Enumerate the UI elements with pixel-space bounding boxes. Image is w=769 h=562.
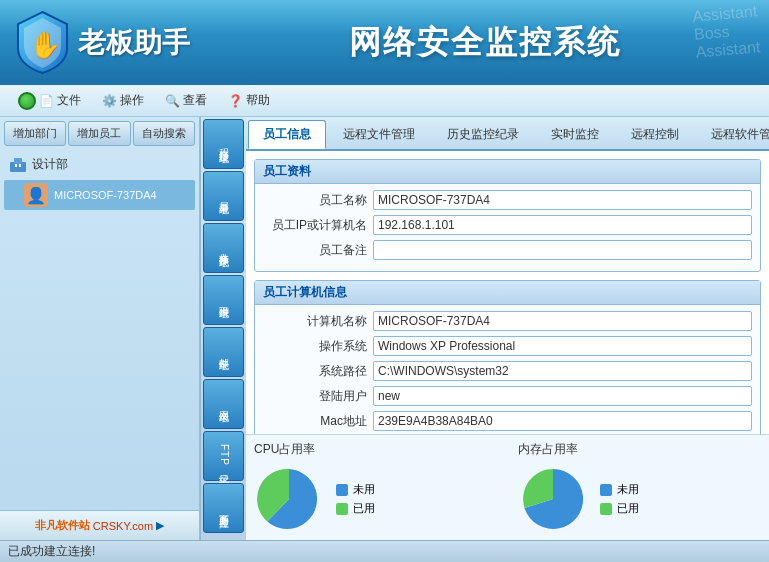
file-status-icon [18, 92, 36, 110]
toolbar-help[interactable]: ❓ 帮助 [220, 89, 278, 112]
cpu-chart-title: CPU占用率 [254, 441, 315, 458]
cpu-pie-chart [254, 464, 324, 534]
employee-info-title: 员工资料 [255, 160, 760, 184]
employee-name-row: 员工名称 MICROSOF-737DA4 [263, 190, 752, 210]
employee-ip-label: 员工IP或计算机名 [263, 217, 373, 234]
status-text: 已成功建立连接! [8, 543, 95, 560]
os-label: 操作系统 [263, 338, 373, 355]
toolbar-file[interactable]: 📄 文件 [10, 89, 89, 113]
cpu-used-dot [336, 503, 348, 515]
tab-remote-software[interactable]: 远程软件管理 [696, 120, 769, 149]
toolbar-file-label: 文件 [57, 92, 81, 109]
computer-info-title: 员工计算机信息 [255, 281, 760, 305]
memory-used-label: 已用 [617, 501, 639, 516]
sidebar-ftp-log-label: FTP纪录 [217, 444, 231, 468]
mac-value[interactable]: 239E9A4B38A84BA0 [373, 411, 752, 431]
sidebar-ftp-log[interactable]: FTP纪录 [203, 431, 244, 481]
tab-realtime[interactable]: 实时监控 [536, 120, 614, 149]
sidebar-multiscreen-label: 多画面监控 [217, 506, 231, 511]
cpu-used-label: 已用 [353, 501, 375, 516]
memory-used-dot [600, 503, 612, 515]
login-user-value[interactable]: new [373, 386, 752, 406]
add-employee-button[interactable]: 增加员工 [68, 121, 130, 146]
login-user-label: 登陆用户 [263, 388, 373, 405]
memory-unused-dot [600, 484, 612, 496]
brand-sub: CRSKY.com [93, 520, 153, 532]
tab-employee-info[interactable]: 员工信息 [248, 120, 326, 149]
file-icon: 📄 [39, 94, 54, 108]
sidebar-screen-log-label: 屏幕纪录 [217, 194, 231, 198]
sidebar-file-log[interactable]: 文件操作纪录 [203, 223, 244, 273]
tab-history-log[interactable]: 历史监控纪录 [432, 120, 534, 149]
tabs: 员工信息 远程文件管理 历史监控纪录 实时监控 远程控制 远程软件管理 [246, 117, 769, 151]
memory-unused-label: 未用 [617, 482, 639, 497]
sidebar-file-log-label: 文件操作纪录 [217, 245, 231, 251]
dept-item[interactable]: 设计部 [0, 150, 199, 178]
cpu-unused-dot [336, 484, 348, 496]
brand-arrow-icon[interactable]: ▶ [156, 519, 164, 532]
tab-remote-control[interactable]: 远程控制 [616, 120, 694, 149]
tab-remote-file[interactable]: 远程文件管理 [328, 120, 430, 149]
employee-name-value[interactable]: MICROSOF-737DA4 [373, 190, 752, 210]
sidebar-program-log[interactable]: 程序运行纪录 [203, 119, 244, 169]
sidebar-program-log-label: 程序运行纪录 [217, 141, 231, 147]
sidebar-mail-log[interactable]: 邮件纪录 [203, 327, 244, 377]
toolbar-action[interactable]: ⚙️ 操作 [94, 89, 152, 112]
sys-path-value[interactable]: C:\WINDOWS\system32 [373, 361, 752, 381]
login-user-row: 登陆用户 new [263, 386, 752, 406]
user-label: MICROSOF-737DA4 [54, 189, 157, 201]
cpu-used-legend: 已用 [336, 501, 375, 516]
mac-row: Mac地址 239E9A4B38A84BA0 [263, 411, 752, 431]
view-icon: 🔍 [165, 94, 180, 108]
employee-note-label: 员工备注 [263, 242, 373, 259]
computer-name-row: 计算机名称 MICROSOF-737DA4 [263, 311, 752, 331]
employee-note-value[interactable] [373, 240, 752, 260]
toolbar: 📄 文件 ⚙️ 操作 🔍 查看 ❓ 帮助 [0, 85, 769, 117]
os-value[interactable]: Windows XP Professional [373, 336, 752, 356]
charts-area: CPU占用率 未用 [246, 434, 769, 540]
computer-name-value[interactable]: MICROSOF-737DA4 [373, 311, 752, 331]
svg-text:✋: ✋ [29, 29, 62, 61]
user-item[interactable]: 👤 MICROSOF-737DA4 [4, 180, 195, 210]
sidebar-chat-log[interactable]: 聊天纪录 [203, 275, 244, 325]
sidebar-web-log[interactable]: 上网纪录 [203, 379, 244, 429]
toolbar-action-label: 操作 [120, 92, 144, 109]
toolbar-help-label: 帮助 [246, 92, 270, 109]
sidebar-mail-log-label: 邮件纪录 [217, 350, 231, 354]
memory-legend: 未用 已用 [600, 482, 639, 516]
cpu-chart-container: CPU占用率 未用 [254, 441, 498, 534]
help-icon: ❓ [228, 94, 243, 108]
sys-path-row: 系统路径 C:\WINDOWS\system32 [263, 361, 752, 381]
cpu-legend: 未用 已用 [336, 482, 375, 516]
logo-text: 老板助手 [78, 24, 190, 62]
dept-label: 设计部 [32, 156, 68, 173]
sidebar-buttons: 增加部门 增加员工 自动搜索 [0, 117, 199, 146]
main-container: 增加部门 增加员工 自动搜索 设计部 👤 MICROSOF-737DA4 非凡软… [0, 117, 769, 540]
sidebar-screen-log[interactable]: 屏幕纪录 [203, 171, 244, 221]
computer-info-section: 员工计算机信息 计算机名称 MICROSOF-737DA4 操作系统 Windo… [254, 280, 761, 434]
toolbar-view[interactable]: 🔍 查看 [157, 89, 215, 112]
header: ✋ 老板助手 网络安全监控系统 AssistantBossAssistant [0, 0, 769, 85]
mac-label: Mac地址 [263, 413, 373, 430]
employee-info-content: 员工名称 MICROSOF-737DA4 员工IP或计算机名 192.168.1… [255, 184, 760, 271]
computer-name-label: 计算机名称 [263, 313, 373, 330]
gear-icon: ⚙️ [102, 94, 117, 108]
status-bar: 已成功建立连接! [0, 540, 769, 562]
sidebar-multiscreen[interactable]: 多画面监控 [203, 483, 244, 533]
svg-rect-2 [14, 158, 22, 164]
auto-search-button[interactable]: 自动搜索 [133, 121, 195, 146]
employee-info-section: 员工资料 员工名称 MICROSOF-737DA4 员工IP或计算机名 192.… [254, 159, 761, 272]
user-avatar-icon: 👤 [24, 183, 48, 207]
employee-ip-value[interactable]: 192.168.1.101 [373, 215, 752, 235]
cpu-unused-label: 未用 [353, 482, 375, 497]
memory-pie-chart [518, 464, 588, 534]
memory-used-legend: 已用 [600, 501, 639, 516]
brand-text: 非凡软件站 [35, 518, 90, 533]
sys-path-label: 系统路径 [263, 363, 373, 380]
content-inner: 员工资料 员工名称 MICROSOF-737DA4 员工IP或计算机名 192.… [246, 151, 769, 434]
add-dept-button[interactable]: 增加部门 [4, 121, 66, 146]
toolbar-view-label: 查看 [183, 92, 207, 109]
cpu-chart-inner: 未用 已用 [254, 464, 375, 534]
svg-rect-4 [19, 164, 21, 167]
sidebar: 增加部门 增加员工 自动搜索 设计部 👤 MICROSOF-737DA4 非凡软… [0, 117, 200, 540]
